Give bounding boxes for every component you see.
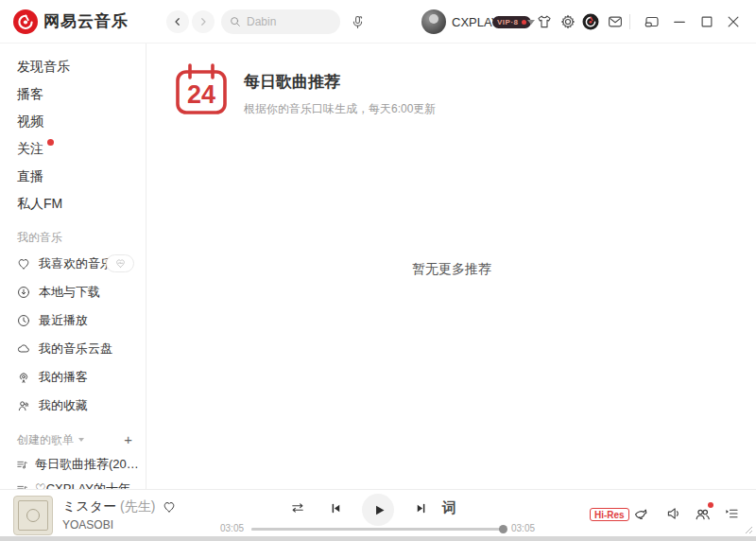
- chevron-right-icon: [198, 16, 209, 27]
- netease-club-icon: [582, 13, 599, 30]
- vip-level-dot: [522, 20, 526, 25]
- player-bar: ミスター (先生) YOASOBI: [0, 489, 756, 536]
- heartbeat-mode-button[interactable]: [106, 254, 134, 272]
- my-music-header: 我的音乐: [0, 225, 146, 250]
- page-title: 每日歌曲推荐: [244, 71, 436, 93]
- app-logo-icon[interactable]: [13, 9, 38, 34]
- playlist-item-daily-2023[interactable]: 每日歌曲推荐(2023...: [0, 452, 146, 477]
- volume-button[interactable]: [664, 504, 683, 523]
- created-playlists-header[interactable]: 创建的歌单 +: [0, 428, 146, 452]
- sidebar-item-my-collections[interactable]: 我的收藏: [0, 392, 146, 420]
- quality-badge[interactable]: Hi-Res: [590, 508, 629, 521]
- like-song-icon[interactable]: [162, 499, 177, 515]
- mini-mode-button[interactable]: [644, 13, 661, 30]
- next-icon: [414, 501, 428, 515]
- podcast-icon: [16, 370, 31, 385]
- collect-icon: [16, 398, 31, 413]
- user-menu-caret-icon[interactable]: [527, 20, 535, 25]
- album-art[interactable]: [13, 496, 53, 535]
- netease-music-window: 网易云音乐 CXPLAY VIP·8: [0, 0, 756, 541]
- play-icon: [372, 503, 387, 517]
- heart-icon: [16, 256, 31, 271]
- play-button[interactable]: [362, 494, 394, 526]
- clock-icon: [16, 313, 31, 328]
- previous-track-button[interactable]: [327, 499, 344, 516]
- mail-icon: [607, 13, 624, 30]
- sidebar-item-podcast[interactable]: 播客: [0, 80, 146, 108]
- sidebar-item-video[interactable]: 视频: [0, 108, 146, 135]
- speaker-icon: [665, 505, 682, 522]
- resize-grip[interactable]: [744, 525, 753, 534]
- daily-recommend-header: 24 每日歌曲推荐 根据你的音乐口味生成，每天6:00更新: [174, 61, 436, 117]
- progress-fill: [251, 528, 505, 531]
- queue-icon: [723, 505, 740, 522]
- heartbeat-icon: [114, 257, 127, 270]
- sidebar-item-recently-played[interactable]: 最近播放: [0, 306, 146, 335]
- sidebar-item-liked-music[interactable]: 我喜欢的音乐: [0, 250, 146, 278]
- sidebar-item-discover[interactable]: 发现音乐: [0, 53, 146, 80]
- progress-bar[interactable]: [251, 528, 505, 531]
- window-bottom-edge: [0, 536, 756, 541]
- toolbar-divider: [629, 14, 630, 29]
- sidebar-item-my-podcasts[interactable]: 我的播客: [0, 363, 146, 392]
- calendar-icon: 24: [174, 61, 229, 116]
- sidebar-item-live[interactable]: 直播: [0, 163, 146, 190]
- playlist-icon: [15, 482, 29, 490]
- back-button[interactable]: [166, 10, 189, 33]
- close-icon: [725, 13, 742, 30]
- sidebar-item-follow[interactable]: 关注: [0, 135, 146, 163]
- play-order-button[interactable]: [288, 498, 307, 517]
- search-bar[interactable]: [221, 9, 340, 34]
- cloud-icon: [16, 341, 31, 357]
- lyrics-button[interactable]: 词: [442, 499, 456, 517]
- search-input[interactable]: [247, 15, 328, 28]
- sidebar-item-personal-fm[interactable]: 私人FM: [0, 190, 146, 218]
- app-title: 网易云音乐: [43, 0, 129, 44]
- sidebar-item-cloud-disk[interactable]: 我的音乐云盘: [0, 335, 146, 363]
- artist-name[interactable]: YOASOBI: [62, 518, 113, 532]
- play-order-icon: [289, 499, 306, 516]
- listen-together-badge: [708, 502, 713, 508]
- playlist-icon: [15, 458, 29, 472]
- messages-button[interactable]: [607, 13, 624, 30]
- play-queue-button[interactable]: [722, 504, 741, 523]
- search-icon: [229, 15, 242, 28]
- svg-text:24: 24: [187, 80, 215, 109]
- add-playlist-button[interactable]: +: [124, 431, 132, 448]
- maximize-button[interactable]: [698, 13, 715, 30]
- notification-dot: [47, 139, 54, 146]
- settings-button[interactable]: [559, 13, 576, 30]
- sidebar-item-local-downloads[interactable]: 本地与下载: [0, 278, 146, 306]
- gear-icon: [559, 13, 576, 30]
- total-time: 03:05: [511, 523, 535, 533]
- album-art-emblem: [26, 509, 40, 522]
- song-title-suffix: (先生): [120, 498, 155, 515]
- chevron-left-icon: [172, 16, 183, 27]
- empty-state-text: 暂无更多推荐: [147, 261, 756, 278]
- song-title[interactable]: ミスター: [62, 498, 116, 515]
- mini-mode-icon: [644, 13, 661, 30]
- previous-icon: [329, 501, 343, 515]
- member-club-button[interactable]: [582, 13, 599, 30]
- theme-skin-button[interactable]: [536, 13, 553, 30]
- sidebar: 发现音乐 播客 视频 关注 直播 私人FM 我的音乐 我喜欢的音乐 本地与下载: [0, 44, 146, 489]
- whale-icon: [632, 505, 650, 523]
- vip-badge[interactable]: VIP·8: [492, 16, 531, 28]
- playlist-item-cxplay-decade[interactable]: ♡CXPLAY的十年: [0, 477, 146, 489]
- collapse-caret-icon: [78, 438, 84, 442]
- download-icon: [16, 285, 31, 300]
- progress-knob[interactable]: [499, 525, 507, 533]
- avatar[interactable]: [421, 9, 446, 34]
- main-content: 24 每日歌曲推荐 根据你的音乐口味生成，每天6:00更新 暂无更多推荐: [147, 44, 756, 489]
- listen-together-button[interactable]: [693, 504, 712, 523]
- close-button[interactable]: [725, 13, 742, 30]
- page-subtitle: 根据你的音乐口味生成，每天6:00更新: [244, 101, 436, 117]
- minimize-button[interactable]: [671, 13, 688, 30]
- recognize-song-button[interactable]: [346, 10, 369, 33]
- maximize-icon: [698, 13, 715, 30]
- mic-icon: [350, 14, 366, 30]
- forward-button[interactable]: [192, 10, 215, 33]
- sound-effect-button[interactable]: [631, 504, 650, 523]
- tshirt-icon: [536, 13, 553, 30]
- next-track-button[interactable]: [412, 499, 429, 516]
